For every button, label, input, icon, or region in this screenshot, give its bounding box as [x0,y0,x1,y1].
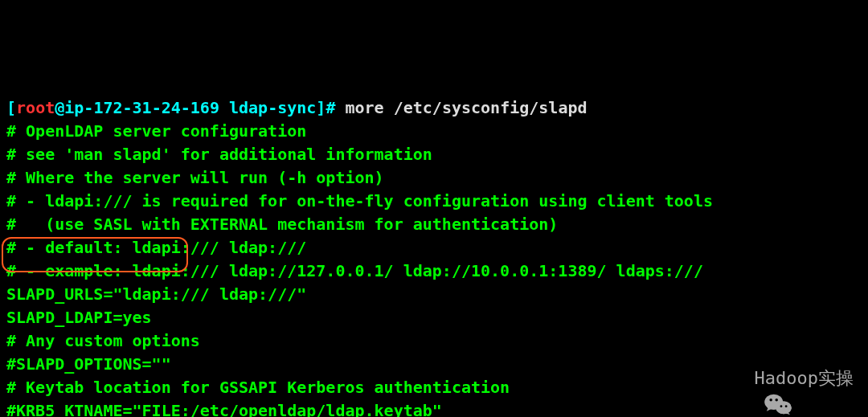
prompt-host: ip-172-31-24-169 [64,98,229,117]
output-line: # - example: ldapi:/// ldap://127.0.0.1/… [6,260,862,283]
prompt-at: @ [55,98,64,117]
output-line: # OpenLDAP server configuration [6,120,862,143]
command-text: more /etc/sysconfig/slapd [335,98,587,117]
prompt-path: ldap-sync [229,98,316,117]
prompt-bracket-open: [ [6,98,16,117]
output-line: SLAPD_URLS="ldapi:/// ldap:///" [6,283,862,306]
prompt-bracket-close: ]# [316,98,335,117]
output-line: # Any custom options [6,329,862,353]
prompt-line-1: [root@ip-172-31-24-169 ldap-sync]# more … [6,96,862,120]
svg-point-3 [776,401,791,414]
output-line: # - default: ldapi:/// ldap:/// [6,236,862,260]
svg-point-5 [775,399,778,402]
output-line: # (use SASL with EXTERNAL mechanism for … [6,213,862,236]
svg-point-7 [784,405,787,407]
watermark: Hadoop实操 [721,366,854,391]
output-line-highlighted: SLAPD_LDAPI=yes [6,306,862,329]
output-line: # see 'man slapd' for additional informa… [6,143,862,166]
svg-point-6 [780,405,782,407]
prompt-user: root [16,98,55,117]
wechat-icon [721,366,750,390]
output-line: # Where the server will run (-h option) [6,166,862,190]
output-line: # - ldapi:/// is required for on-the-fly… [6,190,862,213]
watermark-text: Hadoop实操 [755,366,854,391]
svg-point-4 [769,399,772,402]
